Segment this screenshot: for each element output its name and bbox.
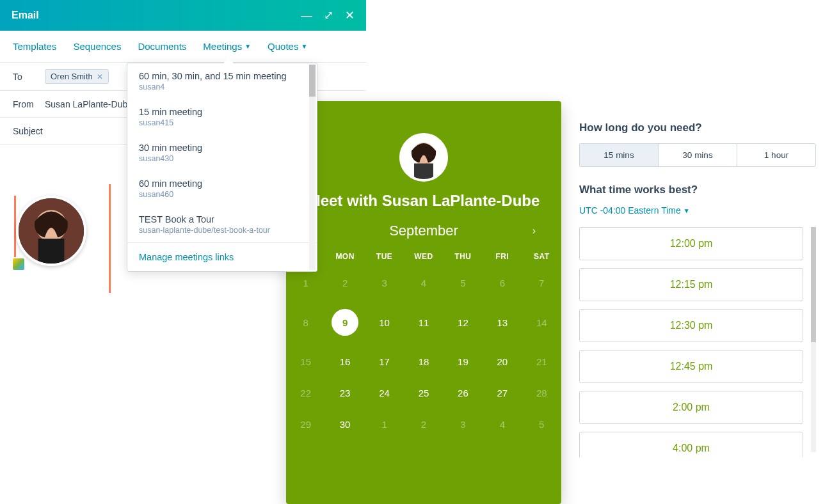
remove-recipient-icon[interactable]: ✕ (97, 72, 103, 81)
calendar-grid: SUNMONTUEWEDTHUFRISAT 123456789101112131… (286, 246, 561, 440)
time-slot[interactable]: 12:15 pm (579, 268, 803, 301)
calendar-day: 5 (522, 409, 561, 440)
calendar-day: 21 (522, 346, 561, 377)
from-label: From (13, 99, 45, 109)
tab-sequences[interactable]: Sequences (73, 41, 121, 52)
meeting-link-title: 30 min meeting (139, 143, 305, 153)
calendar-day[interactable]: 18 (404, 346, 443, 377)
tab-meetings-label: Meetings (203, 41, 242, 52)
compose-toolbar: Templates Sequences Documents Meetings ▼… (0, 31, 366, 63)
tab-templates[interactable]: Templates (13, 41, 56, 52)
time-slot[interactable]: 2:00 pm (579, 391, 803, 424)
calendar-day[interactable]: 27 (483, 377, 522, 409)
calendar-day: 7 (522, 267, 561, 299)
calendar-day[interactable]: 25 (404, 377, 443, 409)
time-question: What time works best? (579, 184, 816, 196)
calendar-day[interactable]: 12 (444, 299, 483, 346)
calendar-dow: MON (325, 246, 364, 267)
caret-down-icon: ▼ (684, 207, 690, 214)
calendar-day[interactable]: 20 (483, 346, 522, 377)
month-label: September (389, 223, 458, 239)
calendar-dow: THU (444, 246, 483, 267)
tab-documents[interactable]: Documents (138, 41, 186, 52)
calendar-dow: FRI (483, 246, 522, 267)
slots-scroll-thumb[interactable] (811, 227, 816, 342)
close-icon[interactable]: ✕ (345, 10, 355, 21)
time-slot[interactable]: 12:00 pm (579, 227, 803, 260)
from-value: Susan LaPlante-Dub (45, 99, 127, 109)
calendar-day: 4 (483, 409, 522, 440)
to-label: To (13, 72, 45, 82)
time-slot[interactable]: 12:45 pm (579, 350, 803, 383)
duration-option[interactable]: 1 hour (737, 144, 815, 166)
duration-question: How long do you need? (579, 122, 816, 134)
meetings-dropdown: 60 min, 30 min, and 15 min meetingsusan4… (127, 63, 317, 272)
recipient-name: Oren Smith (51, 72, 93, 81)
window-controls: — ⤢ ✕ (301, 10, 355, 21)
tab-quotes-label: Quotes (268, 41, 298, 52)
calendar-day: 22 (286, 377, 325, 409)
meeting-link-option[interactable]: TEST Book a Toursusan-laplante-dube/test… (127, 207, 317, 242)
time-slot[interactable]: 12:30 pm (579, 309, 803, 342)
calendar-day[interactable]: 26 (444, 377, 483, 409)
duration-option[interactable]: 30 mins (658, 144, 737, 166)
calendar-day[interactable]: 9 (325, 299, 364, 346)
calendar-day: 5 (444, 267, 483, 299)
calendar-day: 4 (404, 267, 443, 299)
calendar-dow: WED (404, 246, 443, 267)
tab-quotes[interactable]: Quotes ▼ (268, 41, 307, 52)
calendar-day: 6 (483, 267, 522, 299)
meeting-link-slug: susan4 (139, 83, 305, 91)
calendar-day: 28 (522, 377, 561, 409)
calendar-day[interactable]: 23 (325, 377, 364, 409)
calendar-day: 2 (404, 409, 443, 440)
meeting-link-slug: susan-laplante-dube/test-book-a-tour (139, 226, 305, 235)
duration-segmented: 15 mins30 mins1 hour (579, 143, 816, 167)
subject-label: Subject (13, 126, 51, 136)
calendar-day: 29 (286, 409, 325, 440)
calendar-day[interactable]: 17 (365, 346, 404, 377)
calendar-day: 8 (286, 299, 325, 346)
timezone-selector[interactable]: UTC -04:00 Eastern Time ▼ (579, 205, 816, 216)
meeting-link-title: 15 min meeting (139, 107, 305, 117)
meeting-link-title: 60 min meeting (139, 178, 305, 189)
calendar-dow: SAT (522, 246, 561, 267)
calendar-day: 1 (365, 409, 404, 440)
meeting-link-slug: susan430 (139, 154, 305, 163)
recipient-chip[interactable]: Oren Smith ✕ (45, 69, 109, 84)
accent-strip (109, 184, 111, 293)
tab-meetings[interactable]: Meetings ▼ (203, 41, 251, 52)
meeting-calendar-panel: Meet with Susan LaPlante-Dube ‹ Septembe… (286, 101, 561, 504)
calendar-day[interactable]: 11 (404, 299, 443, 346)
calendar-day: 3 (365, 267, 404, 299)
calendar-day[interactable]: 13 (483, 299, 522, 346)
minimize-icon[interactable]: — (301, 10, 312, 21)
meeting-link-option[interactable]: 30 min meetingsusan430 (127, 135, 317, 171)
meeting-link-title: 60 min, 30 min, and 15 min meeting (139, 71, 305, 81)
host-avatar (399, 133, 448, 182)
calendar-day: 1 (286, 267, 325, 299)
calendar-day[interactable]: 19 (444, 346, 483, 377)
calendar-day: 2 (325, 267, 364, 299)
meeting-link-option[interactable]: 60 min, 30 min, and 15 min meetingsusan4 (127, 63, 317, 99)
svg-rect-2 (38, 239, 65, 264)
calendar-day[interactable]: 24 (365, 377, 404, 409)
duration-option[interactable]: 15 mins (580, 144, 658, 166)
calendar-day[interactable]: 16 (325, 346, 364, 377)
meeting-link-option[interactable]: 60 min meetingsusan460 (127, 171, 317, 207)
dropdown-scroll-thumb[interactable] (309, 65, 316, 97)
next-month-icon[interactable]: › (532, 225, 536, 237)
calendar-day: 14 (522, 299, 561, 346)
presence-badge-icon (12, 257, 26, 271)
svg-rect-5 (414, 164, 433, 179)
calendar-day: 3 (444, 409, 483, 440)
expand-icon[interactable]: ⤢ (324, 10, 333, 21)
manage-meetings-link[interactable]: Manage meetings links (127, 242, 317, 271)
meeting-link-option[interactable]: 15 min meetingsusan415 (127, 99, 317, 135)
calendar-day[interactable]: 10 (365, 299, 404, 346)
calendar-day[interactable]: 30 (325, 409, 364, 440)
calendar-heading: Meet with Susan LaPlante-Dube (286, 192, 561, 210)
sender-avatar (14, 196, 86, 266)
calendar-dow: TUE (365, 246, 404, 267)
time-slot[interactable]: 4:00 pm (579, 432, 803, 457)
